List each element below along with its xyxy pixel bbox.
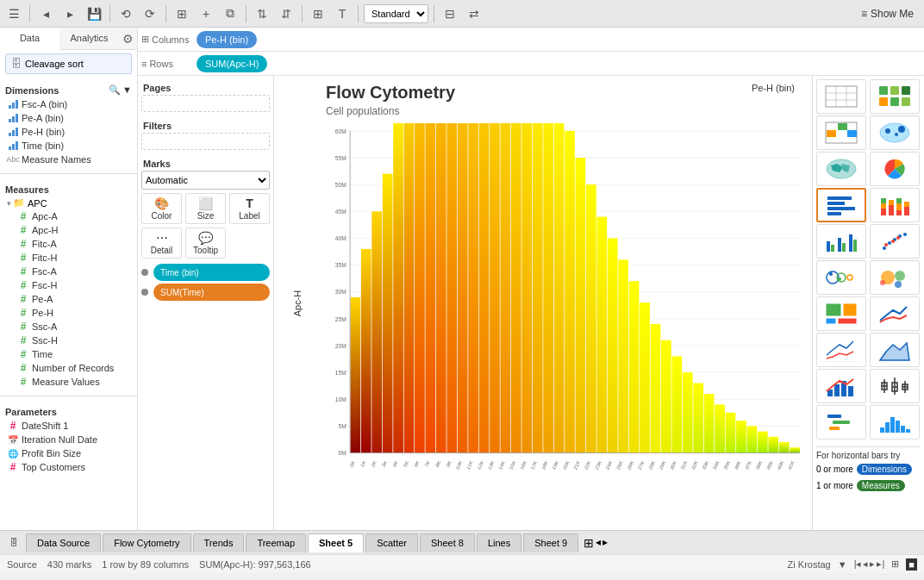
- scroll-left-icon[interactable]: ◂: [596, 536, 601, 550]
- sort-asc-btn[interactable]: ⇅: [252, 3, 272, 24]
- histogram-bar[interactable]: [446, 123, 457, 453]
- grid-view-icon[interactable]: ⊞: [891, 558, 899, 570]
- show-me-scatter[interactable]: [870, 224, 920, 259]
- expand-dimensions-icon[interactable]: ▼: [122, 84, 132, 96]
- show-me-dual-combo[interactable]: [816, 369, 866, 403]
- sidebar-options-icon[interactable]: ⚙: [122, 32, 134, 46]
- histogram-bar[interactable]: [608, 238, 618, 452]
- sidebar-meas-item[interactable]: #Pe-A: [16, 292, 132, 306]
- back-button[interactable]: ◂: [35, 3, 56, 24]
- marks-color-btn[interactable]: 🎨 Color: [141, 193, 182, 224]
- marks-pill-time-btn[interactable]: Time (bin): [153, 264, 270, 281]
- histogram-bar[interactable]: [436, 123, 446, 453]
- sidebar-meas-item[interactable]: #Fsc-A: [16, 265, 132, 278]
- data-source-item[interactable]: 🗄 Cleavage sort: [5, 53, 132, 74]
- histogram-bar[interactable]: [371, 211, 382, 452]
- sidebar-dim-item[interactable]: Fsc-A (bin): [5, 97, 132, 111]
- histogram-bar[interactable]: [683, 372, 693, 452]
- sidebar-dim-item[interactable]: Pe-H (bin): [5, 125, 132, 139]
- data-source-tab-icon[interactable]: 🗄: [3, 533, 24, 553]
- user-menu-icon[interactable]: ▼: [838, 559, 847, 570]
- show-me-circles[interactable]: [816, 260, 866, 295]
- fix-axes-btn[interactable]: ⊟: [440, 3, 460, 24]
- swap-btn[interactable]: ⇄: [464, 3, 484, 24]
- sidebar-meas-item[interactable]: #Fitc-H: [16, 251, 132, 265]
- histogram-bar[interactable]: [671, 356, 682, 452]
- histogram-bar[interactable]: [576, 158, 586, 452]
- page-next-icon[interactable]: ▸: [870, 558, 875, 570]
- histogram-bar[interactable]: [458, 123, 468, 453]
- histogram-bar[interactable]: [415, 123, 425, 453]
- show-me-dual-lines[interactable]: [816, 333, 866, 367]
- histogram-bar[interactable]: [511, 123, 521, 453]
- columns-pill[interactable]: Pe-H (bin): [197, 31, 257, 48]
- marks-label-btn[interactable]: T Label: [229, 193, 270, 224]
- show-me-filled-map[interactable]: [816, 152, 866, 186]
- histogram-bar[interactable]: [521, 123, 532, 453]
- histogram-bar[interactable]: [618, 259, 628, 452]
- bottom-tab-sheet-5[interactable]: Sheet 5: [308, 533, 364, 552]
- sidebar-meas-item[interactable]: #Ssc-A: [16, 320, 132, 334]
- show-me-highlight-table[interactable]: [816, 115, 866, 150]
- bottom-tab-trends[interactable]: Trends: [193, 533, 245, 552]
- show-me-side-bars[interactable]: [816, 224, 866, 259]
- histogram-bar[interactable]: [640, 302, 650, 452]
- marks-pill-sum-btn[interactable]: SUM(Time): [153, 284, 270, 301]
- histogram-bar[interactable]: [704, 394, 715, 452]
- sidebar-meas-item[interactable]: #Apc-A: [16, 209, 132, 223]
- histogram-bar[interactable]: [501, 123, 511, 453]
- histogram-bar[interactable]: [726, 413, 736, 453]
- scroll-right-icon[interactable]: ▸: [602, 536, 608, 550]
- histogram-bar[interactable]: [768, 437, 778, 453]
- pages-drop-area[interactable]: [141, 95, 270, 112]
- stop-icon[interactable]: ■: [906, 558, 917, 571]
- histogram-bar[interactable]: [404, 123, 415, 453]
- histogram-bar[interactable]: [533, 123, 543, 453]
- histogram-bar[interactable]: [383, 174, 393, 453]
- histogram-bar[interactable]: [426, 123, 436, 453]
- sidebar-param-item[interactable]: #DateShift 1: [5, 419, 132, 433]
- marks-size-btn[interactable]: ⬜ Size: [185, 193, 226, 224]
- bottom-tab-flow-cytometry[interactable]: Flow Cytometry: [103, 533, 190, 552]
- histogram-bar[interactable]: [479, 123, 490, 453]
- bottom-tab-sheet-9[interactable]: Sheet 9: [523, 533, 578, 552]
- show-me-horiz-bars[interactable]: [816, 188, 866, 222]
- bottom-tab-lines[interactable]: Lines: [477, 533, 521, 552]
- label-btn[interactable]: T: [332, 3, 353, 24]
- histogram-bar[interactable]: [565, 131, 575, 453]
- page-first-icon[interactable]: |◂: [854, 558, 862, 570]
- page-last-icon[interactable]: ▸|: [877, 558, 884, 570]
- histogram-bar[interactable]: [543, 123, 553, 453]
- sidebar-meas-item[interactable]: #Measure Values: [16, 375, 132, 389]
- group-btn[interactable]: ⊞: [308, 3, 328, 24]
- show-me-stacked-bars[interactable]: [870, 188, 920, 222]
- marks-tooltip-btn[interactable]: 💬 Tooltip: [185, 228, 226, 259]
- menu-icon[interactable]: ☰: [3, 3, 24, 24]
- histogram-bar[interactable]: [790, 447, 800, 452]
- histogram-bar[interactable]: [490, 123, 500, 453]
- sidebar-param-item[interactable]: 🌐Profit Bin Size: [5, 446, 132, 460]
- search-dimensions-icon[interactable]: 🔍: [109, 84, 121, 96]
- sidebar-dim-item[interactable]: Pe-A (bin): [5, 111, 132, 125]
- bottom-tab-scatter[interactable]: Scatter: [365, 533, 418, 552]
- rows-pill[interactable]: SUM(Apc-H): [197, 55, 267, 72]
- tab-data[interactable]: Data: [0, 28, 59, 50]
- histogram-bar[interactable]: [747, 426, 758, 452]
- show-me-packed-bubbles[interactable]: [870, 260, 920, 295]
- sidebar-meas-item[interactable]: #Apc-H: [16, 223, 132, 237]
- histogram-bar[interactable]: [468, 123, 478, 453]
- filters-drop-area[interactable]: [141, 133, 270, 150]
- show-me-treemap[interactable]: [816, 296, 866, 331]
- data-source-btn[interactable]: ⊞: [172, 3, 192, 24]
- sidebar-meas-item[interactable]: #Pe-H: [16, 306, 132, 320]
- histogram-bar[interactable]: [629, 281, 640, 452]
- sidebar-meas-item[interactable]: #Fitc-A: [16, 237, 132, 251]
- duplicate-btn[interactable]: ⧉: [220, 3, 240, 24]
- bottom-tab-data-source[interactable]: Data Source: [26, 533, 101, 552]
- sidebar-meas-item[interactable]: #Ssc-H: [16, 334, 132, 347]
- sidebar-meas-item[interactable]: #Time: [16, 347, 132, 361]
- forward-button[interactable]: ▸: [59, 3, 80, 24]
- marks-type-select[interactable]: Automatic: [141, 171, 270, 190]
- histogram-bar[interactable]: [736, 421, 746, 452]
- sidebar-dim-item[interactable]: AbcMeasure Names: [5, 153, 132, 166]
